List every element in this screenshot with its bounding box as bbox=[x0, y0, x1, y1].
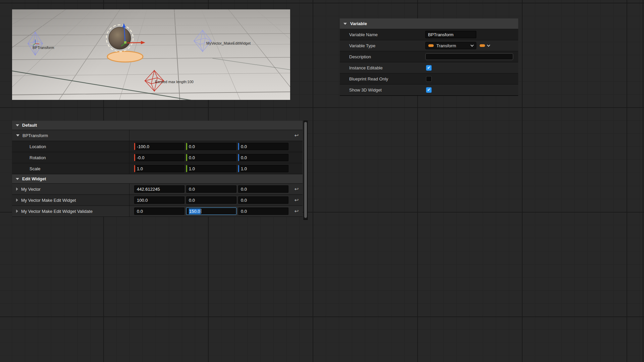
location-y-spinbox[interactable]: 0.0 bbox=[186, 143, 236, 150]
expand-arrow-icon bbox=[343, 23, 347, 25]
collapse-arrow-icon[interactable] bbox=[16, 209, 18, 213]
blueprint-read-only-label: Blueprint Read Only bbox=[340, 76, 425, 81]
blueprint-read-only-row: Blueprint Read Only ✔ bbox=[340, 73, 518, 84]
variable-type-value: Transform bbox=[436, 43, 456, 48]
scale-z-spinbox[interactable]: 1.0 bbox=[238, 165, 288, 172]
scale-x-spinbox[interactable]: 1.0 bbox=[134, 165, 184, 172]
variable-section-header[interactable]: Variable bbox=[340, 18, 518, 29]
default-category-header[interactable]: Default bbox=[12, 121, 303, 130]
revert-icon: ↩ bbox=[294, 208, 299, 214]
container-type-dropdown[interactable] bbox=[480, 44, 490, 47]
bptransform-row: BPTransform ↩ bbox=[12, 130, 303, 141]
my-vector-x-spinbox[interactable]: 442.612245 bbox=[134, 185, 184, 193]
scale-y-spinbox[interactable]: 1.0 bbox=[186, 165, 236, 172]
expand-arrow-icon bbox=[16, 124, 19, 126]
variable-name-input[interactable] bbox=[425, 31, 476, 38]
expand-arrow-icon[interactable] bbox=[16, 134, 19, 136]
show-3d-widget-row: Show 3D Widget ✔ bbox=[340, 84, 518, 96]
my-vector-label: My Vector bbox=[21, 187, 41, 192]
viewport-shading bbox=[12, 9, 290, 100]
widget-range-disc bbox=[107, 51, 143, 62]
rotation-row: Rotation -0.0 0.0 0.0 bbox=[12, 152, 303, 163]
default-category-title: Default bbox=[22, 123, 37, 128]
variable-type-dropdown[interactable]: Transform bbox=[425, 42, 476, 49]
check-icon: ✔ bbox=[427, 66, 430, 70]
variable-section-title: Variable bbox=[350, 21, 367, 26]
my-vector-make-edit-widget-label: My Vector Make Edit Widget bbox=[21, 198, 76, 203]
scale-row: Scale 1.0 1.0 1.0 bbox=[12, 163, 303, 174]
bptransform-row-label: BPTransform bbox=[22, 133, 48, 138]
description-row: Description bbox=[340, 51, 518, 62]
preview-viewport[interactable]: BPTransform MyVector_MakeEditWidget Exce… bbox=[12, 9, 290, 100]
exceed-max-length-label: Exceed max length:100 bbox=[155, 80, 194, 84]
gizmo-x-axis-arrow[interactable] bbox=[127, 43, 141, 43]
revert-button[interactable]: ↩ bbox=[294, 187, 299, 192]
chevron-down-icon bbox=[471, 44, 474, 47]
my-vector-make-edit-widget-y-spinbox[interactable]: 0.0 bbox=[186, 196, 236, 204]
location-row: Location -100.0 0.0 0.0 bbox=[12, 141, 303, 152]
rotation-z-spinbox[interactable]: 0.0 bbox=[238, 154, 288, 161]
defaults-details-panel: Default BPTransform ↩ Location -100.0 0.… bbox=[12, 121, 303, 217]
details-scrollbar[interactable] bbox=[304, 121, 308, 220]
show-3d-widget-label: Show 3D Widget bbox=[340, 87, 425, 93]
myvector-widget-label: MyVector_MakeEditWidget bbox=[206, 41, 251, 45]
rotation-label: Rotation bbox=[30, 155, 46, 160]
text-caret bbox=[201, 209, 201, 214]
revert-icon: ↩ bbox=[294, 132, 299, 138]
scale-label: Scale bbox=[30, 166, 41, 171]
my-vector-make-edit-widget-z-spinbox[interactable]: 0.0 bbox=[238, 196, 288, 204]
show-3d-widget-checkbox[interactable]: ✔ bbox=[426, 87, 432, 93]
edit-widget-category-title: Edit Widget bbox=[22, 176, 46, 181]
scrollbar-thumb[interactable] bbox=[304, 122, 307, 218]
my-vector-make-edit-widget-validate-z-spinbox[interactable]: 0.0 bbox=[238, 207, 288, 215]
my-vector-make-edit-widget-row: My Vector Make Edit Widget 100.0 0.0 0.0… bbox=[12, 195, 303, 206]
location-label: Location bbox=[30, 144, 46, 149]
variable-name-row: Variable Name bbox=[340, 29, 518, 40]
variable-details-panel: Variable Variable Name Variable Type Tra… bbox=[340, 18, 518, 96]
mini-axis-x bbox=[35, 44, 39, 44]
variable-type-label: Variable Type bbox=[340, 43, 425, 48]
chevron-down-icon bbox=[487, 44, 490, 47]
my-vector-y-spinbox[interactable]: 0.0 bbox=[186, 185, 236, 193]
description-input[interactable] bbox=[425, 53, 513, 60]
expand-arrow-icon bbox=[16, 178, 19, 180]
bptransform-widget-label: BPTransform bbox=[33, 46, 54, 50]
collapse-arrow-icon[interactable] bbox=[16, 187, 18, 191]
my-vector-make-edit-widget-x-spinbox[interactable]: 100.0 bbox=[134, 196, 184, 204]
revert-icon: ↩ bbox=[294, 197, 299, 203]
my-vector-row: My Vector 442.612245 0.0 0.0 ↩ bbox=[12, 184, 303, 195]
blueprint-read-only-checkbox[interactable]: ✔ bbox=[426, 76, 432, 82]
instance-editable-label: Instance Editable bbox=[340, 65, 425, 70]
location-z-spinbox[interactable]: 0.0 bbox=[238, 143, 288, 150]
rotation-x-spinbox[interactable]: -0.0 bbox=[134, 154, 184, 161]
transform-type-pill-icon bbox=[428, 44, 434, 47]
single-container-pill-icon bbox=[480, 44, 485, 47]
edit-widget-category-header[interactable]: Edit Widget bbox=[12, 174, 303, 184]
my-vector-make-edit-widget-validate-label: My Vector Make Edit Widget Validate bbox=[21, 209, 93, 214]
variable-name-label: Variable Name bbox=[340, 32, 425, 37]
instance-editable-checkbox[interactable]: ✔ bbox=[426, 65, 432, 71]
revert-icon: ↩ bbox=[294, 186, 299, 192]
rotation-y-spinbox[interactable]: 0.0 bbox=[186, 154, 236, 161]
my-vector-make-edit-widget-validate-x-spinbox[interactable]: 0.0 bbox=[134, 207, 184, 215]
viewport-scene: BPTransform MyVector_MakeEditWidget Exce… bbox=[12, 9, 290, 100]
my-vector-make-edit-widget-validate-row: My Vector Make Edit Widget Validate 0.0 … bbox=[12, 206, 303, 217]
revert-button[interactable]: ↩ bbox=[294, 133, 299, 138]
variable-type-row: Variable Type Transform bbox=[340, 40, 518, 51]
location-x-spinbox[interactable]: -100.0 bbox=[134, 143, 184, 150]
my-vector-make-edit-widget-validate-y-spinbox[interactable]: 150.0 bbox=[186, 207, 236, 215]
my-vector-z-spinbox[interactable]: 0.0 bbox=[238, 185, 288, 193]
revert-button[interactable]: ↩ bbox=[294, 209, 299, 214]
instance-editable-row: Instance Editable ✔ bbox=[340, 62, 518, 73]
gizmo-origin-handle[interactable] bbox=[124, 41, 126, 44]
collapse-arrow-icon[interactable] bbox=[16, 198, 18, 202]
check-icon: ✔ bbox=[427, 88, 430, 92]
description-label: Description bbox=[340, 54, 425, 59]
revert-button[interactable]: ↩ bbox=[294, 198, 299, 203]
